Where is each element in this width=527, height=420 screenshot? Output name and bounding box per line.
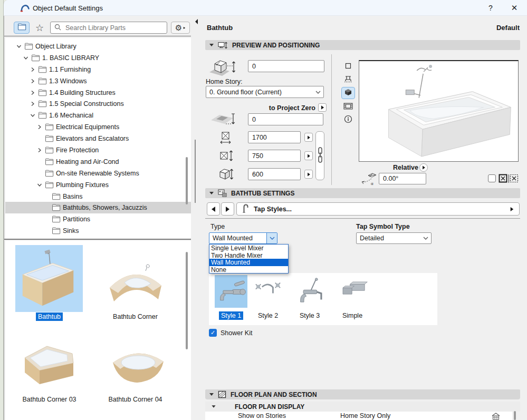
chevron-right-icon[interactable]: [30, 90, 36, 96]
chevron-down-icon[interactable]: [30, 112, 36, 119]
section-bathtub-settings[interactable]: BATHTUB SETTINGS: [205, 188, 520, 198]
panel-collapse-handle[interactable]: [195, 17, 198, 26]
tap-style-label[interactable]: Style 2: [258, 312, 278, 319]
library-item-label[interactable]: Bathtub Corner 04: [108, 396, 162, 403]
proportional-link-button[interactable]: [315, 131, 324, 180]
library-item-thumbnail[interactable]: [16, 330, 83, 388]
tap-style-thumbnail[interactable]: [252, 275, 284, 308]
chevron-placeholder: [43, 193, 50, 200]
rotation-field[interactable]: 0.00°: [379, 173, 426, 184]
show-on-stories-row[interactable]: Show on Stories Home Story Only: [205, 412, 512, 420]
tap-style-thumbnail[interactable]: [337, 275, 368, 308]
tap-symbol-type-select[interactable]: Detailed: [356, 232, 432, 244]
type-option[interactable]: Single Level Mixer: [209, 245, 288, 252]
tree-item[interactable]: Bathtubs, Showers, Jacuzzis: [5, 202, 191, 213]
tree-item[interactable]: Sinks: [5, 225, 191, 237]
shower-kit-row[interactable]: ✓ Shower Kit: [209, 329, 252, 337]
chevron-right-icon[interactable]: [36, 124, 43, 130]
thumbs-scrollbar[interactable]: [186, 252, 188, 349]
previous-page-button[interactable]: [207, 202, 220, 216]
library-item-label[interactable]: Bathtub: [36, 312, 63, 321]
width-field[interactable]: 750: [248, 150, 301, 162]
tree-item[interactable]: Object Library: [5, 41, 191, 52]
section-title: PREVIEW AND POSITIONING: [232, 42, 320, 49]
height-flyout-button[interactable]: [304, 170, 313, 179]
search-input[interactable]: [64, 24, 163, 32]
chevron-down-icon[interactable]: [16, 43, 22, 50]
tree-item[interactable]: Basins: [5, 191, 191, 202]
tap-styles-page-button[interactable]: Tap Styles...: [236, 202, 520, 216]
tree-item[interactable]: On-site Renewable Systems: [5, 168, 191, 179]
section-floor-plan[interactable]: FLOOR PLAN AND SECTION: [205, 389, 520, 399]
tree-item[interactable]: Elevators and Escalators: [5, 133, 191, 144]
chevron-right-icon[interactable]: [36, 147, 43, 153]
chevron-placeholder: [43, 216, 50, 222]
type-option[interactable]: None: [209, 266, 288, 274]
chevron-right-icon[interactable]: [30, 101, 36, 107]
tap-style-label[interactable]: Style 1: [219, 311, 243, 320]
tree-item[interactable]: Heating and Air-Cond: [5, 156, 191, 168]
tree-item[interactable]: Electrical Equipments: [5, 121, 191, 133]
height-field[interactable]: 600: [248, 168, 301, 180]
relative-flyout-button[interactable]: [419, 163, 428, 172]
tree-scrollbar[interactable]: [186, 157, 188, 204]
preview-viewport[interactable]: [359, 60, 519, 162]
tree-item[interactable]: 1.4 Building Structures: [5, 87, 191, 99]
home-story-select[interactable]: 0. Ground floor (Current): [206, 86, 324, 98]
library-item-thumbnail[interactable]: [101, 256, 170, 310]
search-settings-button[interactable]: ⚙: [171, 22, 190, 34]
mirrored-state-icon[interactable]: [499, 174, 507, 185]
show-on-stories-value[interactable]: Home Story Only: [340, 412, 390, 419]
tree-item[interactable]: 1.1 Furnishing: [5, 64, 191, 75]
tree-item[interactable]: 1.5 Special Constructions: [5, 98, 191, 110]
mirror-checkbox[interactable]: [488, 174, 496, 182]
library-item-label[interactable]: Bathtub Corner: [113, 313, 158, 320]
tap-style-thumbnail[interactable]: [293, 275, 327, 308]
tree-item[interactable]: 1.6 Mechanical: [5, 110, 191, 121]
folder-view-button[interactable]: [14, 22, 30, 34]
preview-mode-movie-button[interactable]: [341, 101, 355, 113]
chevron-right-icon[interactable]: [30, 78, 36, 84]
section-preview-positioning[interactable]: PREVIEW AND POSITIONING: [205, 40, 520, 50]
chevron-down-icon[interactable]: [36, 182, 43, 188]
tree-item[interactable]: 1.3 Windows: [5, 75, 191, 87]
preview-mode-info-button[interactable]: [341, 114, 355, 126]
preview-mode-3d-button[interactable]: [341, 87, 355, 99]
tap-style-thumbnail[interactable]: [215, 275, 247, 308]
top-elevation-field[interactable]: 0: [248, 60, 324, 72]
floor-plan-icon: [218, 390, 226, 398]
library-item-label[interactable]: Bathtub Corner 03: [22, 396, 76, 403]
chevron-right-icon[interactable]: [30, 66, 36, 73]
type-select[interactable]: Wall Mounted: [209, 232, 277, 244]
favorites-button[interactable]: ☆: [32, 22, 47, 34]
tap-style-label[interactable]: Style 3: [300, 312, 320, 319]
library-item-thumbnail[interactable]: [103, 336, 173, 389]
settings-scrollbar[interactable]: [514, 411, 516, 420]
length-flyout-button[interactable]: [304, 133, 313, 142]
type-option[interactable]: Two Handle Mixer: [209, 252, 288, 259]
tree-item[interactable]: 1. BASIC LIBRARY: [5, 52, 191, 64]
tree-item[interactable]: Fire Protection: [5, 144, 191, 156]
close-button[interactable]: ✕: [507, 2, 521, 14]
bottom-elevation-field[interactable]: 0: [248, 113, 323, 125]
folder-icon: [52, 216, 61, 223]
preview-mode-front-button[interactable]: [341, 74, 355, 86]
length-field[interactable]: 1700: [248, 131, 301, 143]
next-page-button[interactable]: [221, 202, 234, 216]
panel-splitter[interactable]: [195, 140, 196, 203]
tree-item[interactable]: Partitions: [5, 213, 191, 225]
tree-item[interactable]: Plumbing Fixtures: [5, 179, 191, 191]
shower-kit-checkbox[interactable]: ✓: [209, 329, 217, 337]
chain-link-icon: [317, 146, 323, 165]
type-option[interactable]: Wall Mounted: [209, 259, 288, 266]
chevron-down-icon[interactable]: [23, 55, 29, 61]
search-field[interactable]: [50, 22, 167, 34]
mirror-preview-icon[interactable]: [510, 174, 519, 185]
tap-style-label[interactable]: Simple: [342, 312, 362, 319]
width-flyout-button[interactable]: [304, 151, 313, 160]
subsection-floor-plan-display[interactable]: FLOOR PLAN DISPLAY: [205, 402, 520, 412]
library-item-thumbnail[interactable]: [15, 245, 83, 312]
help-button[interactable]: ?: [484, 2, 497, 14]
preview-mode-plan-button[interactable]: [341, 60, 355, 72]
reference-level-flyout-button[interactable]: [318, 103, 327, 112]
